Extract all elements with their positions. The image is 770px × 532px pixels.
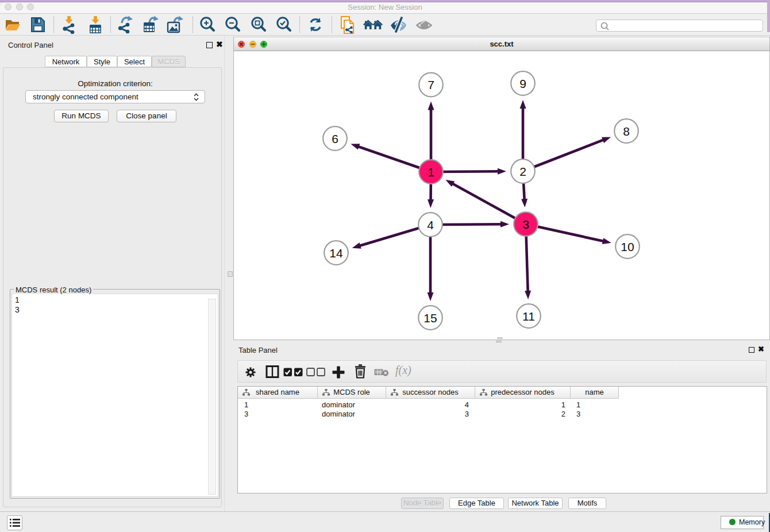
svg-text:9: 9 [519, 77, 526, 90]
svg-text:1: 1 [428, 165, 434, 179]
svg-text:8: 8 [623, 125, 630, 138]
svg-text:3: 3 [522, 218, 529, 231]
svg-text:11: 11 [522, 310, 535, 323]
svg-text:2: 2 [519, 165, 526, 178]
svg-text:7: 7 [428, 78, 434, 91]
svg-text:4: 4 [427, 218, 434, 232]
svg-text:14: 14 [329, 246, 343, 260]
svg-text:6: 6 [332, 132, 338, 145]
svg-text:15: 15 [424, 311, 437, 325]
svg-text:10: 10 [621, 240, 634, 253]
